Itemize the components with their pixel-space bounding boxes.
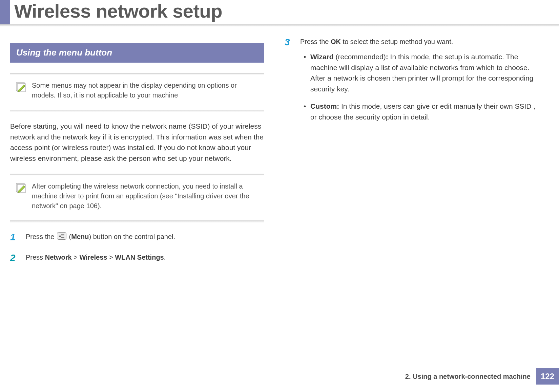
bullet-text: In this mode, users can give or edit man…	[310, 102, 535, 121]
step-3: 3 Press the OK to select the setup metho…	[285, 37, 539, 129]
right-column: 3 Press the OK to select the setup metho…	[285, 37, 539, 273]
step-text: >	[107, 254, 115, 261]
step-text: Press the	[300, 38, 331, 45]
footer-page-number: 122	[536, 368, 559, 385]
content-area: Using the menu button Some menus may not…	[0, 26, 559, 273]
step-content: Press the OK to select the setup method …	[300, 37, 539, 129]
bullet-list: • Wizard (recommended): In this mode, th…	[300, 51, 539, 122]
note-box-driver: After completing the wireless network co…	[10, 177, 264, 216]
step-2: 2 Press Network > Wireless > WLAN Settin…	[10, 252, 264, 263]
step-number: 2	[10, 252, 26, 263]
step-text-bold: Wireless	[79, 254, 107, 261]
footer-chapter: 2. Using a network-connected machine	[405, 373, 531, 380]
step-text-bold: Menu	[71, 233, 89, 240]
step-text-bold: OK	[331, 38, 341, 45]
note-box-menus: Some menus may not appear in the display…	[10, 76, 264, 105]
bullet-content: Wizard (recommended): In this mode, the …	[310, 51, 539, 94]
step-list-left: 1 Press the ✱ (Menu) button on the contr…	[10, 232, 264, 263]
bullet-bold: Custom:	[310, 102, 339, 110]
svg-text:✱: ✱	[59, 235, 61, 238]
step-content: Press Network > Wireless > WLAN Settings…	[26, 252, 264, 262]
step-list-right: 3 Press the OK to select the setup metho…	[285, 37, 539, 129]
pencil-note-icon	[15, 81, 26, 92]
menu-button-icon: ✱	[57, 232, 66, 242]
header-accent-bar	[0, 0, 10, 24]
step-text: Press	[26, 254, 45, 261]
bullet-text: (recommended)	[334, 53, 386, 61]
page-header: Wireless network setup	[0, 0, 559, 26]
note-divider	[10, 174, 264, 175]
page-title: Wireless network setup	[14, 0, 222, 22]
note-text: Some menus may not appear in the display…	[32, 82, 237, 99]
step-number: 1	[10, 232, 26, 243]
page-footer: 2. Using a network-connected machine 122	[405, 368, 559, 385]
pencil-note-icon	[15, 181, 26, 193]
bullet-marker: •	[300, 51, 310, 62]
note-text: After completing the wireless network co…	[32, 182, 249, 210]
step-text: ) button on the control panel.	[89, 233, 175, 240]
step-1: 1 Press the ✱ (Menu) button on the contr…	[10, 232, 264, 243]
bullet-bold: :	[386, 53, 388, 61]
step-content: Press the ✱ (Menu) button on the control…	[26, 232, 264, 242]
note-divider	[10, 110, 264, 112]
step-text: Press the	[26, 233, 56, 240]
step-text: >	[72, 254, 80, 261]
intro-paragraph: Before starting, you will need to know t…	[10, 121, 264, 164]
bullet-marker: •	[300, 101, 310, 112]
step-text: to select the setup method you want.	[341, 38, 453, 45]
step-text-bold: WLAN Settings	[115, 254, 164, 261]
left-column: Using the menu button Some menus may not…	[10, 37, 264, 273]
header-divider	[0, 24, 559, 26]
bullet-wizard: • Wizard (recommended): In this mode, th…	[300, 51, 539, 94]
bullet-bold: Wizard	[310, 53, 334, 61]
note-divider	[10, 220, 264, 223]
step-text: .	[164, 254, 166, 261]
note-divider	[10, 73, 264, 74]
bullet-content: Custom: In this mode, users can give or …	[310, 101, 539, 122]
step-number: 3	[285, 37, 300, 48]
step-text-bold: Network	[45, 254, 72, 261]
bullet-custom: • Custom: In this mode, users can give o…	[300, 101, 539, 122]
section-heading: Using the menu button	[10, 43, 264, 63]
